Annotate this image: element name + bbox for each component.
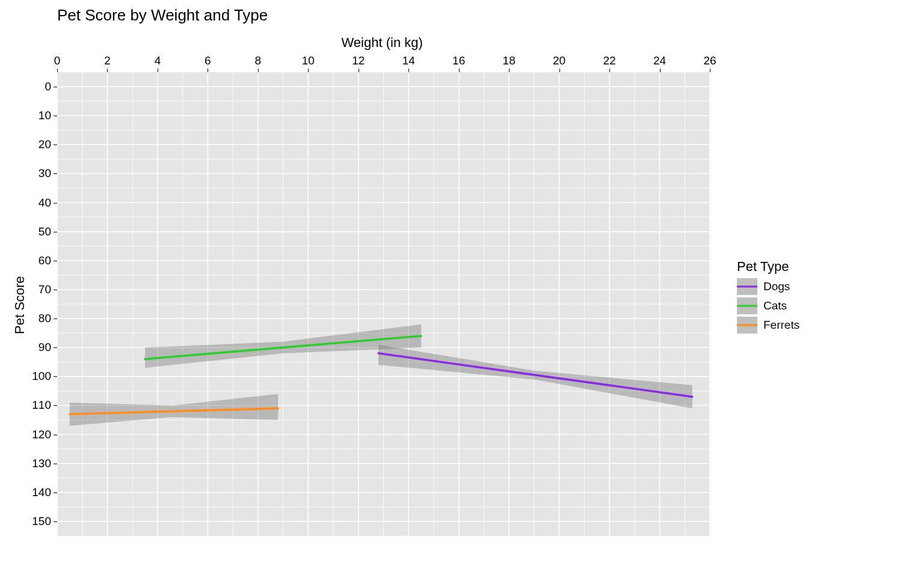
y-tick-label: 140 (15, 486, 51, 499)
x-tick-label: 24 (653, 54, 666, 67)
y-tick-label: 130 (15, 457, 51, 470)
y-tick-mark (54, 290, 57, 290)
legend-title: Pet Type (737, 259, 799, 275)
x-tick-mark (559, 69, 560, 72)
legend-label: Cats (763, 299, 787, 312)
x-tick-label: 0 (54, 54, 61, 67)
y-tick-mark (54, 319, 57, 319)
y-tick-label: 80 (15, 312, 51, 325)
y-tick-mark (54, 347, 57, 348)
legend-key-icon (737, 278, 757, 295)
y-tick-mark (54, 464, 57, 464)
y-tick-mark (54, 173, 57, 174)
x-tick-label: 10 (302, 54, 315, 67)
y-tick-mark (54, 435, 57, 435)
y-tick-label: 40 (15, 196, 51, 210)
legend-item: Cats (737, 297, 799, 314)
legend-label: Dogs (763, 280, 790, 293)
y-tick-label: 150 (15, 515, 51, 528)
y-tick-label: 100 (15, 370, 51, 383)
x-tick-mark (258, 69, 259, 72)
x-tick-label: 12 (352, 54, 365, 67)
y-tick-mark (54, 521, 57, 522)
x-tick-label: 6 (205, 54, 211, 67)
legend-label: Ferrets (763, 319, 799, 332)
legend-item: Dogs (737, 278, 799, 295)
x-tick-label: 20 (553, 54, 565, 67)
y-tick-label: 50 (15, 225, 51, 238)
x-tick-label: 16 (452, 54, 465, 67)
y-tick-label: 120 (15, 428, 51, 441)
x-tick-mark (57, 69, 58, 72)
plot-area (57, 72, 710, 536)
x-tick-mark (509, 69, 510, 72)
y-tick-label: 10 (15, 109, 51, 122)
y-tick-label: 90 (15, 341, 51, 354)
y-tick-mark (54, 116, 57, 116)
x-tick-mark (359, 69, 359, 72)
x-tick-mark (660, 69, 661, 72)
y-tick-label: 60 (15, 254, 51, 267)
legend-key-icon (737, 297, 757, 314)
x-tick-label: 18 (503, 54, 516, 67)
y-tick-mark (54, 87, 57, 87)
y-tick-label: 30 (15, 167, 51, 180)
y-tick-mark (54, 203, 57, 204)
x-tick-mark (308, 69, 309, 72)
x-tick-label: 22 (603, 54, 615, 67)
x-tick-mark (408, 69, 409, 72)
x-tick-label: 8 (255, 54, 262, 67)
x-tick-mark (208, 69, 208, 72)
y-tick-mark (54, 144, 57, 145)
x-axis-label: Weight (in kg) (342, 35, 423, 51)
y-tick-label: 0 (15, 80, 51, 93)
y-tick-mark (54, 405, 57, 406)
x-tick-label: 4 (155, 54, 161, 67)
legend-key-icon (737, 317, 757, 334)
x-tick-label: 26 (703, 54, 716, 67)
y-tick-mark (54, 493, 57, 493)
x-tick-mark (459, 69, 460, 72)
svg-line-61 (378, 353, 692, 397)
x-tick-mark (710, 69, 710, 72)
y-tick-mark (54, 232, 57, 232)
y-tick-label: 110 (15, 399, 51, 412)
y-tick-label: 20 (15, 138, 51, 151)
x-tick-mark (158, 69, 158, 72)
legend: Pet Type DogsCatsFerrets (737, 259, 799, 336)
x-tick-label: 2 (104, 54, 111, 67)
y-tick-label: 70 (15, 283, 51, 296)
legend-item: Ferrets (737, 317, 799, 334)
x-tick-mark (609, 69, 610, 72)
chart-title: Pet Score by Weight and Type (57, 6, 268, 25)
x-tick-mark (107, 69, 108, 72)
y-tick-mark (54, 376, 57, 377)
x-tick-label: 14 (402, 54, 415, 67)
y-tick-mark (54, 261, 57, 261)
